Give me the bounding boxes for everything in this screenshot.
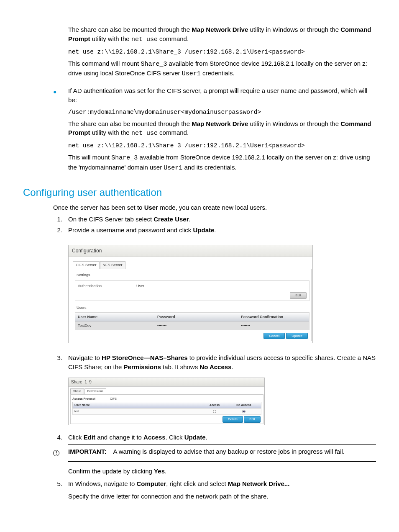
authentication-value: User [136, 283, 144, 289]
paragraph: If AD authentication was set for the CIF… [68, 86, 376, 105]
settings-label: Settings [75, 271, 309, 280]
column-password: Password [157, 314, 241, 320]
column-no-access: No Access [229, 403, 258, 407]
cell-username: TestDev [78, 323, 157, 329]
users-table-header: User Name Password Password Confirmation [75, 313, 309, 321]
tab-permissions[interactable]: Permissions [84, 388, 106, 394]
divider [68, 461, 376, 462]
screenshot-share-panel: Share_1_9 Share Permissions Access Proto… [68, 378, 265, 425]
paragraph: This will mount Share_3 available from S… [68, 153, 376, 173]
tab-share[interactable]: Share [70, 388, 84, 394]
section-heading: Configuring user authentication [23, 185, 376, 200]
step-text: In Windows, navigate to Computer, right … [68, 479, 376, 504]
radio-access[interactable] [200, 409, 229, 414]
cell-password: ••••••• [157, 323, 241, 329]
step-number: 1. [53, 215, 68, 224]
paragraph: Confirm the update by clicking Yes. [68, 467, 376, 476]
update-button[interactable]: Update [286, 333, 308, 339]
cell-password-confirm: ••••••• [241, 323, 307, 329]
step-text: Click Edit and change it to Access. Clic… [68, 433, 376, 442]
step-text: On the CIFS Server tab select Create Use… [68, 215, 376, 224]
edit-button[interactable]: Edit [244, 416, 261, 423]
step-number: 3. [53, 353, 68, 372]
tab-nfs-server[interactable]: NFS Server [100, 261, 125, 269]
panel-title: Configuration [69, 245, 312, 257]
tab-cifs-server[interactable]: CIFS Server [73, 261, 100, 269]
edit-button[interactable]: Edit [290, 292, 307, 299]
important-icon: ! [53, 447, 68, 457]
users-label: Users [77, 305, 309, 311]
panel-title: Share_1_9 [69, 378, 264, 387]
code-line: net use z:\\192.168.2.1\Share_3 /user:19… [68, 141, 376, 150]
authentication-label: Authentication [78, 283, 136, 289]
code-line: /user:mydomainname\mydomainuser<mydomain… [68, 108, 376, 117]
cancel-button[interactable]: Cancel [263, 333, 285, 339]
delete-button[interactable]: Delete [223, 416, 243, 423]
cell-username: test [74, 409, 200, 414]
access-protocol-label: Access Protocol [72, 397, 110, 401]
intro-paragraph: Once the server has been set to User mod… [53, 203, 376, 212]
important-note: IMPORTANT:A warning is displayed to advi… [68, 447, 376, 457]
column-username: User Name [74, 403, 200, 407]
column-username: User Name [78, 314, 157, 320]
step-number: 2. [53, 226, 68, 235]
table-row[interactable]: TestDev ••••••• ••••••• [75, 321, 309, 330]
permissions-table-header: User Name Access No Access [72, 402, 261, 409]
paragraph: The share can also be mounted through th… [68, 119, 376, 139]
step-text: Navigate to HP StoreOnce—NAS–Shares to p… [68, 353, 376, 372]
paragraph: This command will mount Share_3 availabl… [68, 59, 376, 79]
bullet-marker: ● [53, 87, 68, 176]
step-number: 4. [53, 433, 68, 442]
screenshot-configuration-panel: Configuration CIFS Server NFS Server Set… [68, 245, 313, 344]
column-password-confirm: Password Confirmation [241, 314, 307, 320]
step-text: Provide a username and password and clic… [68, 226, 376, 235]
radio-no-access[interactable] [229, 409, 258, 414]
divider [68, 444, 376, 445]
access-protocol-value: CIFS [110, 397, 117, 401]
step-number: 5. [53, 479, 68, 504]
paragraph: The share can also be mounted through th… [68, 25, 376, 44]
table-row[interactable]: test [72, 409, 261, 415]
column-access: Access [200, 403, 229, 407]
code-line: net use z:\\192.168.2.1\Share_3 /user:19… [68, 48, 376, 57]
